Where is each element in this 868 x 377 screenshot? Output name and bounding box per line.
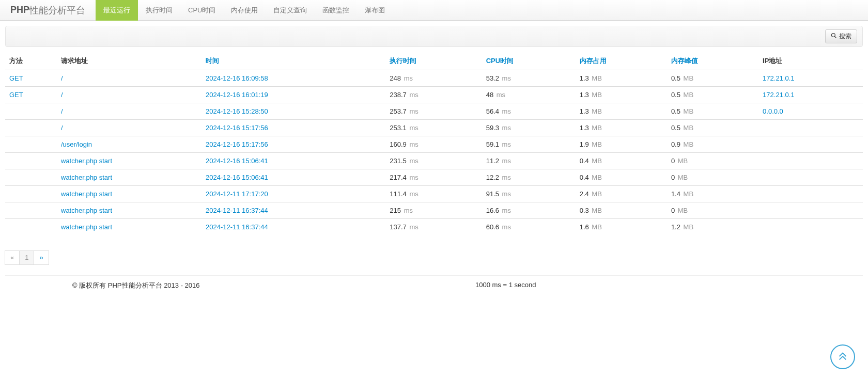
nav-item-link[interactable]: 内存使用 <box>223 0 266 21</box>
cell-url: watcher.php start <box>57 219 202 235</box>
cell-url: / <box>57 120 202 136</box>
cell-pmu: 0.5 MB <box>667 103 758 120</box>
cell-time: 2024-12-16 16:01:19 <box>202 87 385 103</box>
cell-method <box>5 136 57 153</box>
cell-mu: 0.4 MB <box>576 153 667 169</box>
cell-method: GET <box>5 87 57 103</box>
nav-item-link[interactable]: 执行时间 <box>138 0 180 21</box>
table-header-row: 方法 请求地址 时间 执行时间 CPU时间 内存占用 内存峰值 IP地址 <box>5 52 863 70</box>
cell-pmu: 0.5 MB <box>667 70 758 87</box>
cell-url: watcher.php start <box>57 202 202 219</box>
nav-item-link[interactable]: 自定义查询 <box>266 0 315 21</box>
cell-url-link[interactable]: watcher.php start <box>61 157 112 165</box>
footer-note: 1000 ms = 1 second <box>434 281 863 290</box>
table-row: GET/2024-12-16 16:01:19238.7 ms48 ms1.3 … <box>5 87 863 103</box>
cell-method <box>5 120 57 136</box>
nav-item[interactable]: 执行时间 <box>138 0 180 20</box>
cell-mu: 1.6 MB <box>576 219 667 235</box>
cell-cpu: 11.2 ms <box>482 153 576 169</box>
cell-time: 2024-12-16 15:06:41 <box>202 153 385 169</box>
nav-item-link[interactable]: 函数监控 <box>315 0 357 21</box>
cell-time-link[interactable]: 2024-12-16 15:06:41 <box>206 157 268 165</box>
cell-wt: 248 ms <box>385 70 482 87</box>
cell-url-link[interactable]: /user/login <box>61 140 92 148</box>
nav-item[interactable]: 自定义查询 <box>266 0 315 20</box>
page-item[interactable]: 1 <box>20 250 34 265</box>
cell-pmu: 0.5 MB <box>667 120 758 136</box>
cell-ip-link[interactable]: 0.0.0.0 <box>763 107 783 115</box>
cell-ip <box>758 186 863 202</box>
cell-url-link[interactable]: watcher.php start <box>61 174 112 181</box>
cell-time: 2024-12-16 15:28:50 <box>202 103 385 120</box>
nav-tabs: 最近运行执行时间CPU时间内存使用自定义查询函数监控瀑布图 <box>96 0 393 20</box>
col-cpu-sort[interactable]: CPU时间 <box>486 57 514 65</box>
cell-mu: 1.3 MB <box>576 87 667 103</box>
cell-url-link[interactable]: / <box>61 91 63 99</box>
cell-wt: 111.4 ms <box>385 186 482 202</box>
search-button[interactable]: 搜索 <box>825 29 857 43</box>
cell-method: GET <box>5 70 57 87</box>
cell-url: / <box>57 103 202 120</box>
cell-method-link[interactable]: GET <box>9 74 23 82</box>
cell-url: watcher.php start <box>57 169 202 186</box>
cell-method-link[interactable]: GET <box>9 91 23 99</box>
nav-item[interactable]: 内存使用 <box>223 0 266 20</box>
nav-item[interactable]: 函数监控 <box>315 0 357 20</box>
cell-time-link[interactable]: 2024-12-16 15:17:56 <box>206 140 268 148</box>
cell-method <box>5 153 57 169</box>
cell-cpu: 59.1 ms <box>482 136 576 153</box>
nav-item[interactable]: CPU时间 <box>180 0 223 20</box>
cell-ip-link[interactable]: 172.21.0.1 <box>763 91 794 99</box>
cell-time: 2024-12-16 16:09:58 <box>202 70 385 87</box>
page-item[interactable]: « <box>5 250 20 265</box>
col-pmu-sort[interactable]: 内存峰值 <box>671 57 698 65</box>
cell-time: 2024-12-16 15:06:41 <box>202 169 385 186</box>
brand[interactable]: PHP性能分析平台 <box>0 0 96 20</box>
nav-item-link[interactable]: 最近运行 <box>96 0 138 21</box>
cell-pmu: 1.4 MB <box>667 186 758 202</box>
toolbar: 搜索 <box>5 26 863 47</box>
nav-item-link[interactable]: CPU时间 <box>180 0 223 21</box>
cell-ip <box>758 153 863 169</box>
col-wt-sort[interactable]: 执行时间 <box>390 57 416 65</box>
col-ip: IP地址 <box>758 52 863 70</box>
cell-pmu: 0.9 MB <box>667 136 758 153</box>
cell-wt: 238.7 ms <box>385 87 482 103</box>
cell-cpu: 60.6 ms <box>482 219 576 235</box>
nav-item[interactable]: 瀑布图 <box>357 0 393 20</box>
cell-time-link[interactable]: 2024-12-16 15:17:56 <box>206 124 268 132</box>
cell-time-link[interactable]: 2024-12-11 17:17:20 <box>206 190 268 198</box>
table-row: watcher.php start2024-12-11 17:17:20111.… <box>5 186 863 202</box>
cell-time-link[interactable]: 2024-12-11 16:37:44 <box>206 223 268 231</box>
cell-time-link[interactable]: 2024-12-16 16:09:58 <box>206 74 268 82</box>
col-url: 请求地址 <box>57 52 202 70</box>
cell-mu: 2.4 MB <box>576 186 667 202</box>
cell-wt: 137.7 ms <box>385 219 482 235</box>
col-mu-sort[interactable]: 内存占用 <box>580 57 607 65</box>
cell-url-link[interactable]: / <box>61 124 63 132</box>
cell-url: /user/login <box>57 136 202 153</box>
cell-time: 2024-12-11 16:37:44 <box>202 202 385 219</box>
cell-time-link[interactable]: 2024-12-11 16:37:44 <box>206 207 268 214</box>
cell-url-link[interactable]: / <box>61 107 63 115</box>
cell-ip-link[interactable]: 172.21.0.1 <box>763 74 794 82</box>
cell-time-link[interactable]: 2024-12-16 15:06:41 <box>206 174 268 181</box>
cell-time-link[interactable]: 2024-12-16 15:28:50 <box>206 107 268 115</box>
cell-time-link[interactable]: 2024-12-16 16:01:19 <box>206 91 268 99</box>
cell-url-link[interactable]: watcher.php start <box>61 207 112 214</box>
table-row: watcher.php start2024-12-16 15:06:41217.… <box>5 169 863 186</box>
table-row: /2024-12-16 15:28:50253.7 ms56.4 ms1.3 M… <box>5 103 863 120</box>
cell-url-link[interactable]: watcher.php start <box>61 223 112 231</box>
cell-cpu: 91.5 ms <box>482 186 576 202</box>
col-time-sort[interactable]: 时间 <box>206 57 219 65</box>
svg-point-0 <box>832 34 835 37</box>
nav-item-link[interactable]: 瀑布图 <box>357 0 393 21</box>
cell-url-link[interactable]: watcher.php start <box>61 190 112 198</box>
cell-ip <box>758 219 863 235</box>
table-row: GET/2024-12-16 16:09:58248 ms53.2 ms1.3 … <box>5 70 863 87</box>
cell-url-link[interactable]: / <box>61 74 63 82</box>
nav-item[interactable]: 最近运行 <box>96 0 138 20</box>
cell-wt: 215 ms <box>385 202 482 219</box>
page-item[interactable]: » <box>34 250 49 265</box>
cell-url: watcher.php start <box>57 153 202 169</box>
